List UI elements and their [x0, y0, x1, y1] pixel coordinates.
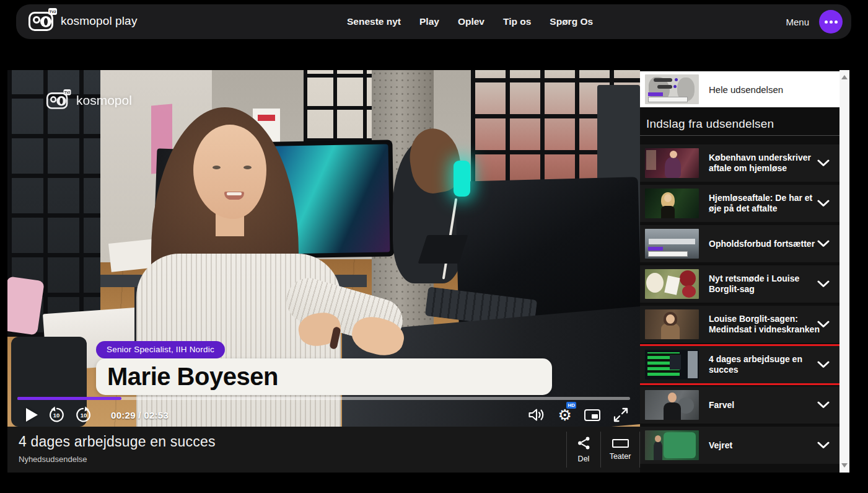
scene-person-mouth: [224, 192, 244, 200]
thumbnail: [645, 189, 699, 218]
share-label: Del: [578, 455, 590, 463]
scroll-down-arrow-icon[interactable]: [841, 463, 848, 468]
theater-label: Teater: [610, 452, 631, 461]
thumbnail: [645, 430, 699, 460]
fullscreen-icon: [613, 407, 629, 423]
chevron-down-icon: [817, 321, 830, 328]
theater-rectangle-icon: [612, 439, 629, 448]
theater-mode-button[interactable]: Teater: [601, 427, 639, 473]
kosmopol-tv2-logo-icon: TV2: [46, 91, 69, 109]
chevron-down-icon: [817, 240, 830, 247]
video-title: 4 dages arbejdsuge en succes: [19, 433, 216, 450]
gear-icon: ⚙: [558, 407, 572, 423]
scene-person-eye: [213, 166, 221, 169]
player-controls: 10 10 00:29 / 02:53 ⚙ HD: [7, 403, 640, 427]
watermark-label: kosmopol: [76, 93, 132, 108]
scene-teal-lamp: [454, 161, 470, 197]
pip-button[interactable]: [584, 409, 600, 421]
fullscreen-button[interactable]: [613, 407, 629, 423]
video-player[interactable]: TV2 kosmopol Senior Specialist, IIH Nord…: [7, 70, 640, 427]
channel-watermark: TV2 kosmopol: [45, 90, 132, 111]
playlist-item[interactable]: Farvel: [640, 386, 840, 424]
menu-button[interactable]: [819, 10, 843, 33]
thumbnail: [645, 229, 699, 259]
rewind-10-label: 10: [48, 412, 65, 419]
playlist-item[interactable]: Louise Borglit-sagen: Medindsat i vidnes…: [640, 306, 840, 343]
nav-link-oplev[interactable]: Oplev: [458, 16, 484, 27]
nav-link-spoerg-os[interactable]: Spørg Os: [550, 16, 593, 27]
time-display: 00:29 / 02:53: [111, 410, 169, 420]
playlist-item-full-broadcast[interactable]: Hele udsendelsen: [640, 71, 840, 107]
chevron-down-icon: [817, 200, 830, 207]
lower-third-name: Marie Boyesen: [96, 358, 552, 395]
divider: [640, 135, 840, 136]
video-info-bar: 4 dages arbejdsuge en succes Nyhedsudsen…: [7, 427, 640, 473]
nav-link-play[interactable]: Play: [419, 16, 439, 27]
thumbnail: [645, 350, 699, 380]
playlist-item[interactable]: Hjemløseaftale: De har et øje på det aft…: [640, 185, 840, 222]
playlist-item[interactable]: Opholdsforbud fortsætter: [640, 225, 840, 262]
main-nav: Seneste nyt Play Oplev Tip os Spørg Os: [347, 4, 593, 39]
share-button[interactable]: Del: [567, 427, 600, 473]
chevron-down-icon: [817, 442, 830, 449]
volume-icon: [527, 407, 546, 422]
hd-quality-badge: HD: [566, 402, 576, 409]
thumbnail: [645, 390, 699, 420]
chevron-down-icon: [817, 361, 830, 368]
chevron-down-icon: [817, 280, 830, 288]
play-icon: [26, 408, 38, 422]
playlist-item-label: Louise Borglit-sagen: Medindsat i vidnes…: [709, 314, 822, 334]
playlist-item-label: Nyt retsmøde i Louise Borglit-sag: [709, 273, 822, 294]
menu-label[interactable]: Menu: [786, 17, 809, 27]
thumbnail: [645, 148, 699, 178]
tv2-badge: TV2: [48, 8, 57, 15]
scroll-up-arrow-icon[interactable]: [841, 75, 848, 79]
brand-name: kosmopol: [61, 14, 112, 28]
video-subtitle: Nyhedsudsendelse: [19, 455, 87, 464]
top-navbar: TV2 kosmopol play Seneste nyt Play Oplev…: [16, 4, 851, 39]
ellipsis-icon: [825, 20, 828, 24]
playlist-item[interactable]: Nyt retsmøde i Louise Borglit-sag: [640, 265, 840, 303]
playlist-sidebar: Hele udsendelsen Indslag fra udsendelsen…: [640, 70, 849, 473]
forward-10-button[interactable]: 10: [75, 406, 92, 424]
playlist-item-label: Vejret: [709, 440, 822, 451]
volume-button[interactable]: [527, 407, 546, 422]
progress-bar[interactable]: [17, 397, 630, 400]
playlist-item-label: Opholdsforbud fortsætter: [709, 239, 822, 249]
thumbnail: [645, 309, 699, 339]
lower-third-role: Senior Specialist, IIH Nordic: [96, 341, 225, 358]
scrollbar[interactable]: [840, 70, 849, 473]
playlist-item-label: Hjemløseaftale: De har et øje på det aft…: [709, 193, 822, 213]
playlist-item-label: Hele udsendelsen: [709, 84, 783, 95]
picture-in-picture-icon: [584, 409, 600, 421]
thumbnail-map: [645, 74, 699, 104]
playlist-item[interactable]: København underskriver aftale om hjemløs…: [640, 144, 840, 182]
nav-link-tip-os[interactable]: Tip os: [503, 16, 531, 27]
kosmopol-tv2-logo-icon: TV2: [28, 11, 55, 32]
progress-played: [17, 397, 121, 400]
playlist-item-label: København underskriver aftale om hjemløs…: [709, 153, 822, 173]
playlist: København underskriver aftale om hjemløs…: [640, 144, 840, 467]
rewind-10-button[interactable]: 10: [48, 406, 65, 424]
chevron-down-icon: [817, 401, 830, 409]
playlist-item-label: Farvel: [709, 400, 822, 411]
sidebar-heading: Indslag fra udsendelsen: [646, 117, 774, 131]
chevron-down-icon: [817, 159, 830, 167]
settings-button[interactable]: ⚙ HD: [558, 407, 572, 423]
play-button[interactable]: [26, 408, 38, 422]
forward-10-label: 10: [75, 412, 92, 419]
scene-person-eye: [243, 166, 252, 169]
share-icon: [577, 436, 591, 450]
nav-link-seneste-nyt[interactable]: Seneste nyt: [347, 16, 401, 27]
playlist-item-highlighted[interactable]: 4 dages arbejdsuge en succes: [640, 346, 840, 383]
brand[interactable]: TV2 kosmopol play: [28, 11, 138, 32]
thumbnail: [645, 269, 699, 299]
playlist-item-label: 4 dages arbejdsuge en succes: [709, 354, 822, 375]
brand-suffix: play: [115, 14, 138, 28]
playlist-item[interactable]: Vejret: [640, 427, 840, 464]
